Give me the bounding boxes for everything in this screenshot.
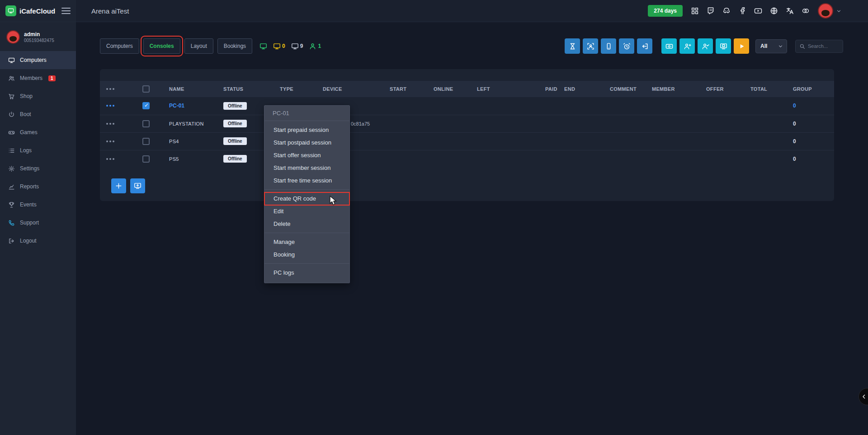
- row-actions-icon[interactable]: [106, 140, 108, 142]
- col-offer: OFFER: [700, 81, 744, 97]
- session-timer-button[interactable]: [565, 38, 580, 54]
- table-row[interactable]: PLAYSTATION Offline 0c81a75 0: [100, 115, 834, 132]
- group-count[interactable]: 0: [793, 103, 796, 109]
- tab-layout[interactable]: Layout: [184, 38, 213, 54]
- mobile-app-button[interactable]: [601, 38, 616, 54]
- context-menu: PC-01 Start prepaid session Start postpa…: [264, 105, 350, 283]
- menu-item-start-member-session[interactable]: Start member session: [264, 162, 349, 174]
- partners-icon[interactable]: [802, 7, 810, 15]
- sidebar-item-logout[interactable]: Logout: [0, 232, 76, 250]
- sidebar-item-label: Members: [20, 75, 42, 81]
- topup-cash-button[interactable]: [661, 38, 677, 54]
- menu-item-start-prepaid-session[interactable]: Start prepaid session: [264, 124, 349, 136]
- icafecloud-logo[interactable]: iCafeCloud: [5, 5, 55, 16]
- group-count: 0: [793, 121, 796, 127]
- sidebar-item-support[interactable]: Support: [0, 214, 76, 232]
- chevron-down-icon: [836, 8, 842, 14]
- col-end: END: [558, 81, 604, 97]
- members-online-icon: [309, 42, 316, 50]
- person-scan-icon: [587, 42, 594, 50]
- col-paid: PAID: [539, 81, 558, 97]
- sidebar-item-shop[interactable]: Shop: [0, 87, 76, 105]
- menu-item-edit[interactable]: Edit: [264, 205, 349, 218]
- discord-icon[interactable]: [722, 7, 731, 15]
- remote-screen-button[interactable]: [716, 38, 731, 54]
- row-checkbox[interactable]: [142, 155, 150, 163]
- deploy-console-button[interactable]: [130, 178, 145, 193]
- alarm-clock-icon: [623, 42, 631, 50]
- youtube-icon[interactable]: [754, 7, 762, 15]
- alarm-button[interactable]: [619, 38, 634, 54]
- list-icon: [8, 147, 15, 154]
- filter-selected-value: All: [760, 43, 767, 49]
- sidebar-item-reports[interactable]: Reports: [0, 178, 76, 196]
- in-use-count: 0: [282, 43, 285, 49]
- menu-item-start-free-time-session[interactable]: Start free time session: [264, 174, 349, 187]
- search-box: [795, 40, 843, 53]
- row-checkbox[interactable]: [142, 120, 150, 127]
- table-row[interactable]: PS4 Offline 0: [100, 132, 834, 150]
- menu-item-start-postpaid-session[interactable]: Start postpaid session: [264, 136, 349, 149]
- col-device: DEVICE: [316, 81, 383, 97]
- menu-item-start-offer-session[interactable]: Start offer session: [264, 149, 349, 162]
- row-actions-icon[interactable]: [106, 123, 108, 125]
- row-actions-icon[interactable]: [106, 105, 108, 107]
- exit-icon: [641, 42, 649, 50]
- sidebar-item-logs[interactable]: Logs: [0, 141, 76, 159]
- menu-item-pc-logs[interactable]: PC logs: [264, 267, 349, 279]
- trophy-icon: [8, 201, 15, 208]
- table-row[interactable]: PC-01 Offline 0: [100, 97, 834, 115]
- row-checkbox[interactable]: [142, 102, 150, 109]
- header-actions-icon[interactable]: [106, 88, 108, 90]
- tab-computers[interactable]: Computers: [100, 38, 139, 54]
- chevron-down-icon: [778, 43, 783, 49]
- assign-member-button[interactable]: [698, 38, 713, 54]
- col-member: MEMBER: [646, 81, 700, 97]
- menu-item-create-qr-code[interactable]: Create QR code: [264, 192, 349, 205]
- license-days-badge[interactable]: 274 days: [648, 5, 683, 17]
- checkout-button[interactable]: [637, 38, 652, 54]
- add-member-button[interactable]: [679, 38, 695, 54]
- menu-item-delete[interactable]: Delete: [264, 218, 349, 230]
- filter-select[interactable]: All: [755, 39, 787, 53]
- hamburger-menu-icon[interactable]: [61, 8, 71, 14]
- tab-consoles[interactable]: Consoles: [143, 38, 180, 54]
- add-console-button[interactable]: [111, 178, 126, 193]
- console-name-link[interactable]: PC-01: [169, 103, 184, 109]
- row-checkbox[interactable]: [142, 138, 150, 145]
- select-all-checkbox[interactable]: [142, 85, 150, 93]
- search-input[interactable]: [808, 43, 839, 49]
- facebook-icon[interactable]: [738, 7, 746, 15]
- sidebar-item-members[interactable]: Members 1: [0, 69, 76, 87]
- stats-icon[interactable]: [691, 7, 699, 15]
- row-actions-icon[interactable]: [106, 158, 108, 160]
- consoles-table: NAME STATUS TYPE DEVICE START ONLINE LEF…: [100, 81, 834, 168]
- menu-item-booking[interactable]: Booking: [264, 248, 349, 261]
- sidebar-item-boot[interactable]: Boot: [0, 105, 76, 123]
- total-monitors-icon: [291, 42, 299, 50]
- start-session-button[interactable]: [734, 38, 749, 54]
- menu-item-manage[interactable]: Manage: [264, 236, 349, 248]
- col-name: NAME: [163, 81, 217, 97]
- status-badge: Offline: [223, 120, 247, 127]
- twitch-icon[interactable]: [707, 7, 715, 15]
- table-row[interactable]: PS5 Offline 0: [100, 150, 834, 168]
- group-count: 0: [793, 138, 796, 145]
- online-monitors-icon: [259, 42, 267, 50]
- tab-bookings[interactable]: Bookings: [217, 38, 252, 54]
- sidebar-item-events[interactable]: Events: [0, 196, 76, 214]
- language-icon[interactable]: [786, 7, 794, 15]
- user-avatar: [6, 30, 20, 44]
- sidebar-item-label: Logout: [20, 238, 37, 244]
- col-type: TYPE: [274, 81, 316, 97]
- avatar[interactable]: [818, 3, 833, 19]
- user-name: admin: [24, 31, 54, 37]
- website-globe-icon[interactable]: [770, 7, 778, 15]
- account-menu[interactable]: [818, 3, 842, 19]
- status-badge: Offline: [223, 137, 247, 145]
- sidebar-item-games[interactable]: Games: [0, 123, 76, 141]
- sidebar-item-computers[interactable]: Computers: [0, 51, 76, 69]
- member-scan-button[interactable]: [583, 38, 598, 54]
- sidebar-item-settings[interactable]: Settings: [0, 159, 76, 178]
- chat-toggle-button[interactable]: [859, 388, 868, 405]
